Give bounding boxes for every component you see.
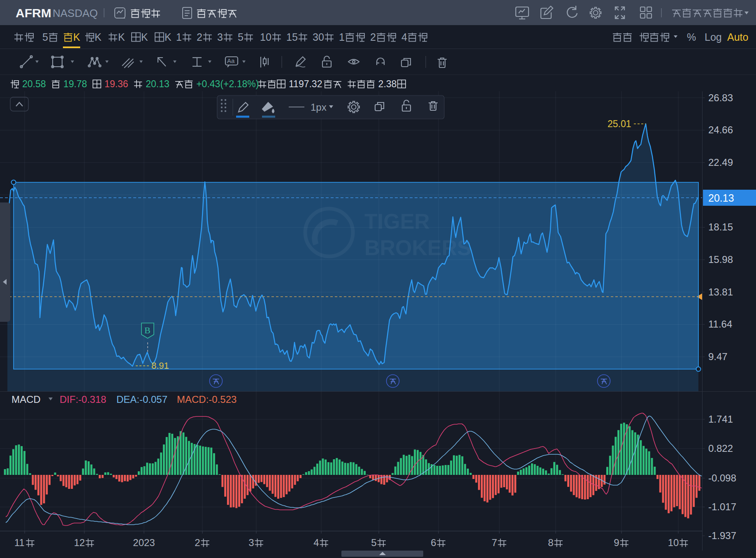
svg-text:30: 30 xyxy=(313,31,324,43)
svg-text:6: 6 xyxy=(431,537,436,548)
svg-text:12: 12 xyxy=(74,537,85,548)
svg-text:DIF:-0.318: DIF:-0.318 xyxy=(60,394,106,405)
svg-text:5: 5 xyxy=(371,537,376,548)
svg-text:K: K xyxy=(165,31,172,43)
svg-text:19.78: 19.78 xyxy=(63,79,87,89)
svg-text:TIGER: TIGER xyxy=(364,209,430,233)
svg-text:4: 4 xyxy=(401,31,407,43)
svg-text:25.01: 25.01 xyxy=(608,119,631,129)
svg-text:9.47: 9.47 xyxy=(708,351,728,362)
svg-text:2023: 2023 xyxy=(133,537,155,548)
svg-text:11: 11 xyxy=(14,537,25,548)
svg-text:26.83: 26.83 xyxy=(708,92,733,103)
svg-text:20.58: 20.58 xyxy=(22,79,46,89)
svg-text:7: 7 xyxy=(492,537,497,548)
svg-text:2: 2 xyxy=(195,537,200,548)
svg-text:8.91: 8.91 xyxy=(151,360,169,371)
svg-text:1.741: 1.741 xyxy=(708,414,733,425)
svg-text:9: 9 xyxy=(614,537,619,548)
svg-text:8: 8 xyxy=(548,537,553,548)
svg-text:5: 5 xyxy=(42,31,48,43)
svg-text:0.822: 0.822 xyxy=(708,443,733,454)
svg-text:3: 3 xyxy=(217,31,223,43)
svg-text:2.38: 2.38 xyxy=(378,79,397,89)
svg-text:18.15: 18.15 xyxy=(708,221,733,232)
svg-text:%: % xyxy=(687,31,696,43)
svg-text:3: 3 xyxy=(248,537,254,548)
svg-text:+0.43(+2.18%): +0.43(+2.18%) xyxy=(196,79,259,89)
svg-text:BROKERS: BROKERS xyxy=(364,236,471,260)
svg-text:B: B xyxy=(144,325,151,335)
svg-text:-1.017: -1.017 xyxy=(708,501,736,512)
svg-text:1197.32: 1197.32 xyxy=(289,79,322,89)
svg-text:K: K xyxy=(118,31,125,43)
svg-text:13.81: 13.81 xyxy=(708,286,733,298)
svg-text:AFRM: AFRM xyxy=(16,6,51,20)
svg-text:NASDAQ: NASDAQ xyxy=(53,7,98,19)
svg-text:K: K xyxy=(141,31,148,43)
svg-text:Auto: Auto xyxy=(727,31,748,43)
svg-text:1: 1 xyxy=(176,31,182,43)
svg-text:10: 10 xyxy=(668,537,679,548)
svg-text:MACD: MACD xyxy=(12,394,41,405)
svg-text:24.66: 24.66 xyxy=(708,124,733,135)
svg-text:4: 4 xyxy=(313,537,319,548)
svg-text:-1.937: -1.937 xyxy=(708,530,736,541)
svg-text:10: 10 xyxy=(260,31,271,43)
svg-text:K: K xyxy=(95,31,102,43)
svg-text:19.36: 19.36 xyxy=(104,79,128,89)
svg-text:2: 2 xyxy=(370,31,376,43)
svg-text:Log: Log xyxy=(705,31,722,43)
svg-text:2: 2 xyxy=(197,31,202,43)
svg-text:20.13: 20.13 xyxy=(146,79,169,89)
svg-text:Aa: Aa xyxy=(227,57,235,64)
svg-text:DEA:-0.057: DEA:-0.057 xyxy=(116,394,167,405)
svg-text:1px: 1px xyxy=(311,102,327,113)
svg-text:-0.098: -0.098 xyxy=(708,472,736,484)
svg-text:22.49: 22.49 xyxy=(708,157,733,168)
svg-text:15: 15 xyxy=(286,31,298,43)
svg-text:20.13: 20.13 xyxy=(708,192,734,204)
svg-text:MACD:-0.523: MACD:-0.523 xyxy=(177,394,237,405)
svg-text:15.98: 15.98 xyxy=(708,254,733,265)
svg-text:1: 1 xyxy=(339,31,345,43)
svg-text:K: K xyxy=(73,31,80,43)
svg-text:11.64: 11.64 xyxy=(708,319,732,330)
svg-text:5: 5 xyxy=(238,31,243,43)
